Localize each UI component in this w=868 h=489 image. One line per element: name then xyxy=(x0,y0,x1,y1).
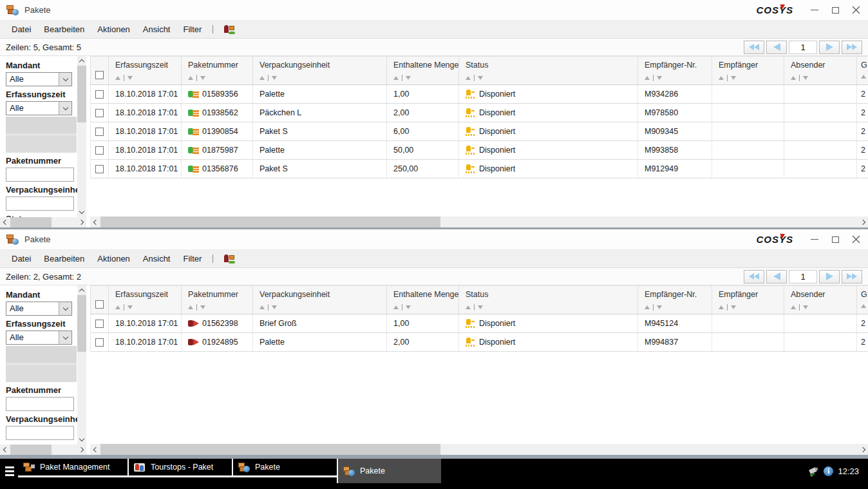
sort-asc-icon[interactable] xyxy=(861,304,866,308)
sort-desc-icon[interactable] xyxy=(731,305,736,309)
start-button[interactable] xyxy=(0,459,18,483)
scrollbar-thumb[interactable] xyxy=(10,445,52,455)
last-page-button[interactable] xyxy=(842,41,862,54)
sort-desc-icon[interactable] xyxy=(657,305,662,309)
row-checkbox[interactable] xyxy=(95,146,104,155)
scroll-right-icon[interactable] xyxy=(77,445,86,455)
scroll-left-icon[interactable] xyxy=(0,445,9,455)
sidebar-vertical-scrollbar[interactable] xyxy=(77,285,86,445)
chevron-down-icon[interactable] xyxy=(59,302,71,315)
sort-desc-icon[interactable] xyxy=(731,76,736,80)
sort-asc-icon[interactable] xyxy=(645,305,650,309)
verpackungseinheit-input[interactable] xyxy=(6,426,74,440)
erfassungszeit-select[interactable]: Alle xyxy=(6,101,72,115)
verpackungseinheit-input[interactable] xyxy=(6,197,74,211)
scroll-up-icon[interactable] xyxy=(77,285,86,295)
menu-datei[interactable]: Datei xyxy=(5,24,37,34)
row-checkbox[interactable] xyxy=(95,165,104,173)
next-page-button[interactable] xyxy=(819,41,840,54)
paketnummer-input[interactable] xyxy=(6,168,74,182)
chevron-down-icon[interactable] xyxy=(59,331,71,344)
scroll-left-icon[interactable] xyxy=(90,216,99,227)
sort-desc-icon[interactable] xyxy=(803,76,808,80)
row-checkbox[interactable] xyxy=(95,128,104,136)
col-verpackungseinheit[interactable]: Verpackungseinheit xyxy=(253,57,387,84)
col-enthaltene-menge[interactable]: Enthaltene Menge xyxy=(387,57,459,84)
scroll-down-icon[interactable] xyxy=(77,435,86,445)
table-row[interactable]: 18.10.2018 17:01 01938562 Päckchen L 2,0… xyxy=(90,104,868,122)
table-horizontal-scrollbar[interactable] xyxy=(90,216,868,227)
first-page-button[interactable] xyxy=(744,270,764,283)
sort-asc-icon[interactable] xyxy=(861,75,866,79)
select-all-checkbox[interactable] xyxy=(95,300,104,309)
row-checkbox[interactable] xyxy=(95,320,104,328)
sort-desc-icon[interactable] xyxy=(272,76,277,80)
last-page-button[interactable] xyxy=(842,270,862,283)
erfassungszeit-select[interactable]: Alle xyxy=(6,331,72,345)
col-enthaltene-menge[interactable]: Enthaltene Menge xyxy=(387,286,459,314)
row-checkbox[interactable] xyxy=(95,90,104,99)
mandant-select[interactable]: Alle xyxy=(6,302,72,316)
sort-asc-icon[interactable] xyxy=(115,76,120,80)
table-row[interactable]: 18.10.2018 17:01 01589356 Palette 1,00 D… xyxy=(90,85,868,104)
mandant-select[interactable]: Alle xyxy=(6,72,72,86)
table-row[interactable]: 18.10.2018 17:01 01356876 Paket S 250,00… xyxy=(90,160,868,178)
sort-asc-icon[interactable] xyxy=(466,76,471,80)
select-all-checkbox[interactable] xyxy=(95,71,104,79)
scrollbar-thumb[interactable] xyxy=(100,216,440,227)
menu-datei[interactable]: Datei xyxy=(5,254,37,264)
menu-aktionen[interactable]: Aktionen xyxy=(91,24,137,34)
sort-asc-icon[interactable] xyxy=(393,76,399,80)
maximize-button[interactable] xyxy=(827,233,844,247)
menu-ansicht[interactable]: Ansicht xyxy=(137,254,177,264)
usb-device-icon[interactable] xyxy=(809,467,819,475)
chevron-down-icon[interactable] xyxy=(59,73,71,86)
prev-page-button[interactable] xyxy=(766,41,787,54)
sort-desc-icon[interactable] xyxy=(406,305,411,309)
col-absender[interactable]: Absender xyxy=(784,286,857,314)
sidebar-vertical-scrollbar[interactable] xyxy=(77,56,86,217)
close-button[interactable] xyxy=(847,3,864,17)
sort-asc-icon[interactable] xyxy=(115,305,120,309)
sort-desc-icon[interactable] xyxy=(657,76,662,80)
scrollbar-thumb[interactable] xyxy=(10,217,52,227)
sort-asc-icon[interactable] xyxy=(719,76,724,80)
scroll-right-icon[interactable] xyxy=(77,217,86,227)
sort-asc-icon[interactable] xyxy=(259,76,265,80)
col-erfassungszeit[interactable]: Erfassungszeit xyxy=(109,286,182,314)
scrollbar-thumb[interactable] xyxy=(77,66,86,122)
titlebar[interactable]: Pakete COSYS xyxy=(0,0,868,21)
table-row[interactable]: 18.10.2018 17:01 01562398 Brief Groß 1,0… xyxy=(90,314,868,333)
row-checkbox[interactable] xyxy=(95,109,104,117)
col-empfaenger-nr[interactable]: Empfänger-Nr. xyxy=(638,57,712,84)
table-row[interactable]: 18.10.2018 17:01 01390854 Paket S 6,00 D… xyxy=(90,122,868,141)
taskbar-item-paket-management[interactable]: Paket Management xyxy=(18,459,127,477)
next-page-button[interactable] xyxy=(819,270,840,283)
col-empfaenger[interactable]: Empfänger xyxy=(712,57,784,84)
sort-asc-icon[interactable] xyxy=(188,305,193,309)
menu-filter[interactable]: Filter xyxy=(176,24,208,34)
page-number-input[interactable]: 1 xyxy=(789,270,817,283)
sort-asc-icon[interactable] xyxy=(791,305,796,309)
col-status[interactable]: Status xyxy=(459,57,638,84)
col-empfaenger-nr[interactable]: Empfänger-Nr. xyxy=(638,286,712,314)
sidebar-horizontal-scrollbar[interactable] xyxy=(0,217,86,227)
chevron-down-icon[interactable] xyxy=(59,102,71,115)
maximize-button[interactable] xyxy=(827,3,844,17)
col-truncated[interactable]: G xyxy=(857,57,868,84)
col-paketnummer[interactable]: Paketnummer xyxy=(182,57,253,84)
scroll-left-icon[interactable] xyxy=(0,217,9,227)
sort-asc-icon[interactable] xyxy=(791,76,796,80)
minimize-button[interactable] xyxy=(806,3,823,17)
scroll-right-icon[interactable] xyxy=(859,216,868,227)
minimize-button[interactable] xyxy=(806,233,823,247)
sort-desc-icon[interactable] xyxy=(478,76,483,80)
menu-filter[interactable]: Filter xyxy=(176,254,208,264)
menu-ansicht[interactable]: Ansicht xyxy=(137,24,177,34)
sort-asc-icon[interactable] xyxy=(466,305,471,309)
user-package-icon[interactable] xyxy=(223,24,235,34)
row-checkbox[interactable] xyxy=(95,338,104,347)
col-status[interactable]: Status xyxy=(459,286,638,314)
scrollbar-thumb[interactable] xyxy=(77,295,86,352)
sort-desc-icon[interactable] xyxy=(200,305,205,309)
